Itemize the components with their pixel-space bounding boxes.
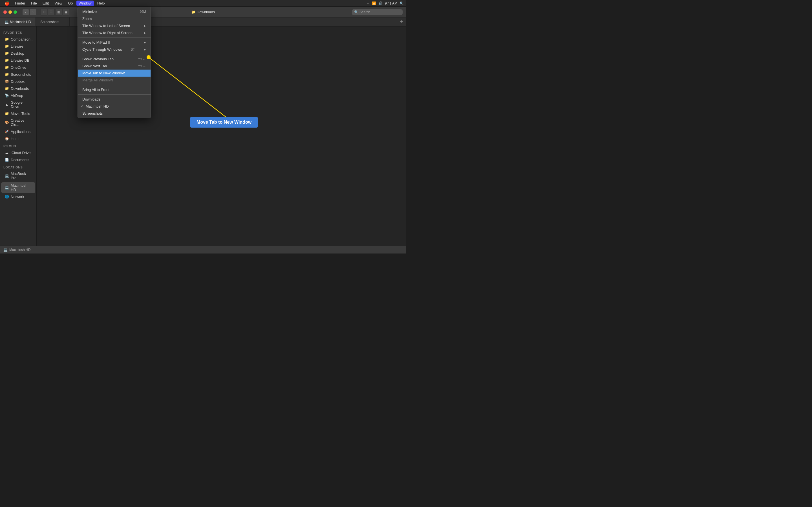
shortcut: ⌘` (131, 48, 135, 52)
back-button[interactable]: ‹ (22, 9, 29, 15)
tab-screenshots-label: Screenshots (40, 20, 59, 24)
view-buttons: ⊞ ☰ ▦ ▣ (41, 9, 69, 15)
onedrive-icon: 📁 (4, 65, 9, 69)
menubar-edit[interactable]: Edit (40, 1, 51, 6)
sidebar-item-desktop[interactable]: 📁 Desktop (1, 50, 35, 57)
documents-icon: 📄 (4, 158, 9, 162)
sidebar-item-dropbox[interactable]: 📦 Dropbox (1, 78, 35, 85)
sidebar-item-home[interactable]: 🏠 Home (1, 135, 35, 142)
sidebar-item-screenshots[interactable]: 📁 Screenshots (1, 71, 35, 78)
bottombar-icon: 💻 (3, 248, 8, 252)
sidebar-label: Home (11, 136, 20, 141)
menubar: 🍎 Finder File Edit View Go Window Help ·… (0, 0, 406, 7)
sidebar-item-icloud-drive[interactable]: ☁ iCloud Drive (1, 149, 35, 156)
add-tab-button[interactable]: + (397, 17, 406, 26)
gallery-view-button[interactable]: ▣ (63, 9, 69, 15)
title-icon: 📁 (191, 10, 196, 14)
tab-icon: 💻 (4, 20, 9, 24)
menu-minimize[interactable]: Minimize ⌘M (78, 8, 151, 15)
forward-button[interactable]: › (30, 9, 36, 15)
dropbox-icon: 📦 (4, 79, 9, 83)
menu-merge-windows: Merge All Windows (78, 76, 151, 83)
sidebar-label: Lifewire DB (11, 58, 29, 62)
menu-show-next-tab[interactable]: Show Next Tab ^⇧→ (78, 62, 151, 69)
submenu-arrow-icon: ▶ (144, 31, 146, 34)
menubar-help[interactable]: Help (95, 1, 107, 6)
sidebar-item-movie-tools[interactable]: 📁 Movie Tools (1, 110, 35, 117)
finder-window: ‹ › ⊞ ☰ ▦ ▣ 📁 Downloads 🔍 Search 💻 Macin… (0, 7, 406, 253)
menubar-view[interactable]: View (52, 1, 64, 6)
menubar-file[interactable]: File (29, 1, 39, 6)
sidebar-label: Movie Tools (11, 112, 30, 116)
menu-label: Zoom (82, 17, 92, 21)
annotation-text: Move Tab to New Window (197, 120, 252, 124)
submenu-arrow-icon: ▶ (144, 48, 146, 51)
menubar-battery: ··· (367, 1, 370, 5)
list-view-button[interactable]: ☰ (48, 9, 55, 15)
sidebar-item-lifewire-db[interactable]: 📁 Lifewire DB (1, 57, 35, 64)
folder-icon: 📁 (4, 37, 9, 41)
menu-window-macintosh-hd[interactable]: ✓ Macintosh HD (78, 103, 151, 110)
folder-icon: 📁 (4, 72, 9, 76)
menu-window-screenshots[interactable]: Screenshots (78, 110, 151, 117)
icon-view-button[interactable]: ⊞ (41, 9, 47, 15)
menu-label: Show Previous Tab (82, 57, 114, 61)
menu-show-prev-tab[interactable]: Show Previous Tab ^⇧← (78, 55, 151, 62)
icloud-label: iCloud (0, 142, 36, 149)
menubar-search-icon[interactable]: 🔍 (400, 1, 404, 5)
folder-icon: 📁 (4, 51, 9, 55)
sidebar-item-network[interactable]: 🌐 Network (1, 193, 35, 200)
sidebar-item-airdrop[interactable]: 📡 AirDrop (1, 92, 35, 99)
sidebar-item-comparison[interactable]: 📁 Comparison... (1, 36, 35, 43)
apple-menu[interactable]: 🍎 (2, 1, 11, 6)
menubar-sound: 🔊 (378, 1, 383, 5)
sidebar-item-creative-cloud[interactable]: 🎨 Creative Clo... (1, 117, 35, 128)
tab-macintosh-hd[interactable]: 💻 Macintosh HD (0, 17, 36, 26)
maximize-button[interactable] (13, 10, 17, 14)
minimize-button[interactable] (8, 10, 12, 14)
menu-tile-left[interactable]: Tile Window to Left of Screen ▶ (78, 22, 151, 29)
folder-icon: 📁 (4, 111, 9, 116)
menu-label: Show Next Tab (82, 64, 107, 68)
sidebar-item-macintosh-hd[interactable]: 💻 Macintosh HD (1, 182, 35, 193)
menu-label: Move to MiPad II (82, 40, 110, 45)
sidebar-label: Creative Clo... (11, 118, 32, 127)
menu-cycle-windows[interactable]: Cycle Through Windows ⌘` ▶ (78, 46, 151, 53)
sidebar-item-documents[interactable]: 📄 Documents (1, 156, 35, 163)
window-title: 📁 Downloads (191, 10, 215, 14)
menu-label: Minimize (82, 10, 97, 14)
menu-move-to-mipad[interactable]: Move to MiPad II ▶ (78, 39, 151, 46)
bottombar: 💻 Macintosh HD (0, 245, 406, 253)
creative-cloud-icon: 🎨 (4, 120, 9, 125)
sidebar-label: Macintosh HD (11, 183, 32, 192)
shortcut: ⌘M (140, 10, 146, 14)
menu-bring-to-front[interactable]: Bring All to Front (78, 86, 151, 93)
sidebar-item-applications[interactable]: 🚀 Applications (1, 128, 35, 135)
sidebar-label: Documents (11, 158, 29, 162)
menubar-finder[interactable]: Finder (13, 1, 28, 6)
menu-window-downloads[interactable]: Downloads (78, 96, 151, 103)
shortcut: ^⇧→ (138, 64, 146, 68)
sidebar-label: Comparison... (11, 37, 34, 41)
sidebar-item-lifewire[interactable]: 📁 Lifewire (1, 43, 35, 50)
menu-tile-right[interactable]: Tile Window to Right of Screen ▶ (78, 29, 151, 36)
sidebar-label: MacBook Pro (11, 172, 32, 180)
sidebar-item-macbook-pro[interactable]: 💻 MacBook Pro (1, 170, 35, 181)
sidebar-item-google-drive[interactable]: ▲ Google Drive (1, 99, 35, 110)
tab-screenshots[interactable]: Screenshots (36, 17, 70, 26)
menu-move-tab[interactable]: Move Tab to New Window (78, 69, 151, 76)
separator-2 (78, 54, 151, 54)
close-button[interactable] (3, 10, 7, 14)
network-icon: 🌐 (4, 194, 9, 199)
sidebar-item-onedrive[interactable]: 📁 OneDrive (1, 64, 35, 71)
column-view-button[interactable]: ▦ (55, 9, 62, 15)
bottombar-label: Macintosh HD (9, 248, 31, 252)
menu-zoom[interactable]: Zoom (78, 15, 151, 22)
sidebar-item-downloads[interactable]: 📁 Downloads (1, 85, 35, 92)
menubar-go[interactable]: Go (66, 1, 75, 6)
sidebar-label: Google Drive (11, 100, 32, 109)
separator-3 (78, 85, 151, 85)
menubar-window[interactable]: Window (77, 1, 94, 6)
search-bar[interactable]: 🔍 Search (352, 9, 403, 15)
tab-label: Macintosh HD (10, 20, 31, 24)
